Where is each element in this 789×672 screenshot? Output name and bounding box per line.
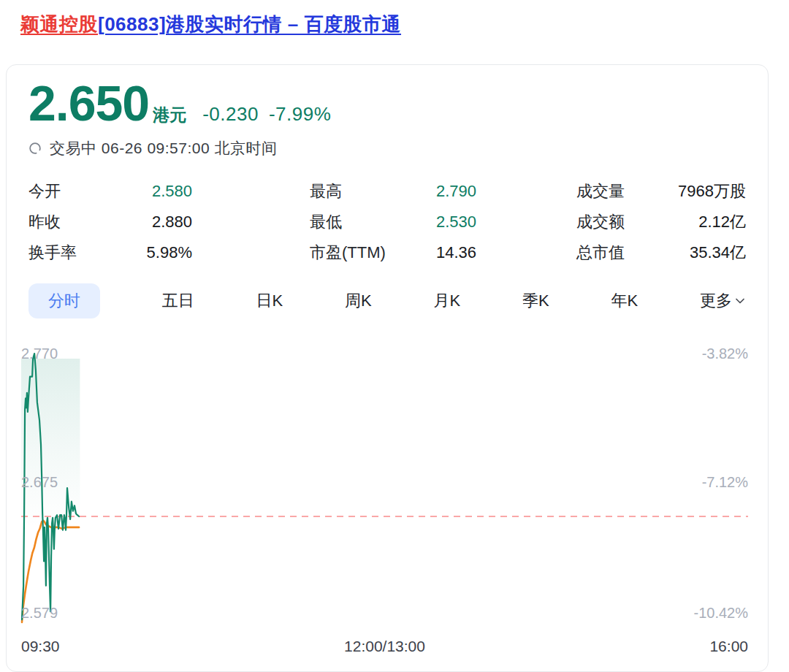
price-change: -0.230 — [202, 103, 259, 126]
stat-value: 35.34亿 — [690, 242, 746, 264]
y-axis-pct-max: -3.82% — [702, 345, 748, 362]
stat-value: 2.880 — [152, 213, 192, 232]
stats-column-2: 最高 2.790 最低 2.530 市盈(TTM) 14.36 — [310, 176, 476, 268]
current-price: 2.650 — [28, 78, 149, 128]
tab-five-day[interactable]: 五日 — [162, 283, 194, 318]
tab-minute[interactable]: 分时 — [28, 283, 100, 318]
stat-label: 今开 — [28, 180, 61, 202]
tab-weekly-k[interactable]: 周K — [345, 283, 372, 318]
y-axis-pct-mid: -7.12% — [702, 473, 748, 491]
x-label-noon: 12:00/13:00 — [344, 638, 425, 655]
stat-open: 今开 2.580 — [28, 176, 192, 207]
y-axis-label-min: 2.579 — [21, 604, 58, 622]
x-label-close: 16:00 — [709, 638, 748, 655]
tab-monthly-k[interactable]: 月K — [434, 283, 461, 318]
stat-label: 成交量 — [576, 180, 625, 202]
stat-label: 成交额 — [576, 211, 625, 233]
stat-pe-ttm: 市盈(TTM) 14.36 — [310, 237, 476, 268]
y-axis-label-mid: 2.675 — [21, 473, 58, 491]
quote-card: 2.650 港元 -0.230 -7.99% 交易中 06-26 09:57:0… — [6, 64, 769, 672]
stat-label: 总市值 — [576, 242, 625, 264]
chevron-down-icon — [734, 295, 746, 307]
minute-chart-svg — [7, 329, 769, 672]
y-axis-pct-min: -10.42% — [694, 604, 749, 622]
tab-more-label: 更多 — [700, 290, 732, 312]
page-title-link[interactable]: 颖通控股[06883]港股实时行情 – 百度股市通 — [20, 12, 789, 37]
stat-value: 5.98% — [147, 243, 192, 262]
tab-quarterly-k[interactable]: 季K — [522, 283, 549, 318]
status-row: 交易中 06-26 09:57:00 北京时间 — [28, 138, 746, 159]
y-axis-label-max: 2.770 — [21, 345, 58, 362]
x-label-open: 09:30 — [21, 638, 60, 655]
minute-chart[interactable]: 2.770 2.675 2.579 -3.82% -7.12% -10.42% … — [7, 329, 769, 672]
stats-grid: 今开 2.580 昨收 2.880 换手率 5.98% 最高 2.790 最低 … — [28, 176, 746, 268]
price-row: 2.650 港元 -0.230 -7.99% — [23, 78, 746, 128]
stat-low: 最低 2.530 — [310, 207, 476, 237]
stat-volume: 成交量 7968万股 — [576, 176, 746, 207]
trading-status-icon — [28, 142, 42, 155]
page-title-rest: [06883]港股实时行情 – 百度股市通 — [98, 13, 401, 35]
stat-amount: 成交额 2.12亿 — [576, 207, 746, 237]
stat-turnover-rate: 换手率 5.98% — [28, 237, 192, 268]
chart-period-tabs: 分时 五日 日K 周K 月K 季K 年K 更多 — [28, 284, 746, 318]
tab-daily-k[interactable]: 日K — [256, 283, 283, 318]
tab-yearly-k[interactable]: 年K — [611, 283, 638, 318]
stat-market-cap: 总市值 35.34亿 — [576, 237, 746, 268]
currency-label: 港元 — [153, 104, 186, 126]
page-title-stock-name: 颖通控股 — [20, 13, 98, 35]
stat-value: 14.36 — [436, 243, 476, 262]
stat-label: 昨收 — [28, 211, 61, 233]
stat-prev-close: 昨收 2.880 — [28, 207, 192, 237]
stat-label: 最低 — [310, 211, 342, 233]
stat-high: 最高 2.790 — [310, 176, 476, 207]
tab-more[interactable]: 更多 — [700, 283, 746, 318]
stat-label: 最高 — [310, 180, 342, 202]
status-text: 交易中 06-26 09:57:00 北京时间 — [50, 138, 277, 159]
stat-label: 换手率 — [28, 242, 77, 264]
stat-value: 2.790 — [436, 182, 476, 201]
stats-column-3: 成交量 7968万股 成交额 2.12亿 总市值 35.34亿 — [576, 176, 746, 268]
x-axis-labels: 09:30 12:00/13:00 16:00 — [21, 638, 748, 655]
stat-value: 2.12亿 — [698, 211, 746, 233]
stat-value: 7968万股 — [678, 180, 746, 202]
stat-label: 市盈(TTM) — [310, 242, 386, 264]
stat-value: 2.530 — [436, 213, 476, 232]
stat-value: 2.580 — [152, 182, 192, 201]
stats-column-1: 今开 2.580 昨收 2.880 换手率 5.98% — [28, 176, 192, 268]
price-change-percent: -7.99% — [269, 103, 331, 126]
